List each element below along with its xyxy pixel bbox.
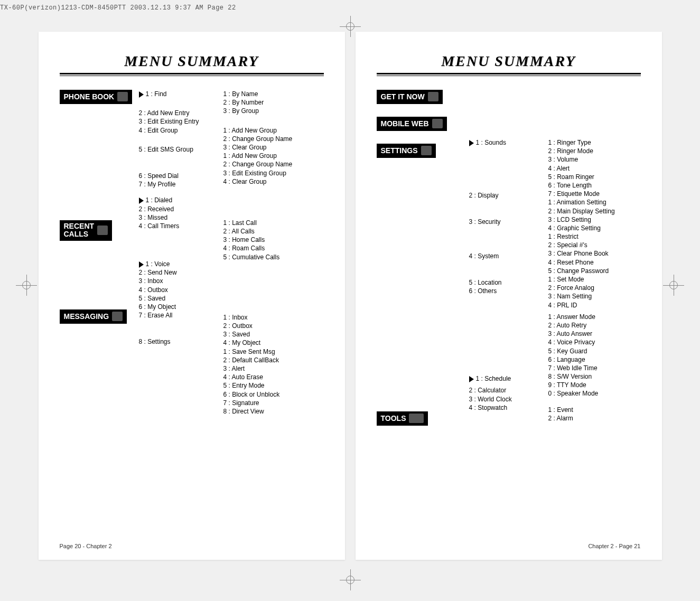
section-label: RECENTCALLS [64,222,95,239]
section-get-it-now: GET IT NOW [377,90,443,104]
menu-item: 6 : Speed Dial [139,172,218,180]
sub-item: 1 : Restrict [548,232,638,241]
menu-item: 4 : Edit Group [139,126,218,135]
sub-item: 5 : Roam Ringer [548,173,638,181]
sub-item: 2 : Special #'s [548,241,638,249]
sub-item: 3 : LCD Setting [548,215,638,224]
arrow-icon [469,140,474,146]
sub-item: 8 : Direct View [223,407,313,416]
sub-item: 2 : Change Group Name [223,135,313,143]
sub-item: 8 : S/W Version [548,372,638,381]
arrow-icon [469,376,474,382]
settings-icon [421,146,432,155]
menu-item: 1 : Schedule [476,375,511,382]
sub-item: 3 : Home Calls [223,236,313,244]
menu-item: 3 : Missed [139,213,218,222]
sub-item: 6 : Language [548,355,638,364]
calls-icon [97,226,108,235]
sub-item: 6 : Tone Length [548,181,638,190]
page-spread: MENU SUMMARY PHONE BOOK RECENTCALLS MESS… [0,0,700,560]
section-mobile-web: MOBILE WEB [377,117,447,131]
sub-item: 3 : Saved [223,330,313,339]
menu-item: 8 : Settings [139,337,218,346]
sub-item: 7 : Etiquette Mode [548,190,638,198]
menu-item: 4 : Call Timers [139,222,218,230]
sub-item: 2 : Auto Retry [548,321,638,330]
menu-item: 6 : Others [469,287,543,295]
menu-item: 3 : Edit Existing Entry [139,117,218,126]
menu-item: 2 : Send New [139,268,218,277]
registration-mark-icon [663,275,684,296]
sub-item: 5 : Cumulative Calls [223,253,313,261]
sub-item: 5 : Key Guard [548,347,638,355]
sub-item: 3 : Auto Answer [548,330,638,338]
sub-item: 2 : Default CallBack [223,356,313,364]
menu-item: 5 : Edit SMS Group [139,145,218,154]
sub-item: 4 : Graphic Setting [548,224,638,232]
sub-item: 3 : Alert [223,364,313,373]
sub-item: 4 : Reset Phone [548,258,638,267]
menu-item: 4 : System [469,252,543,260]
sub-item: 3 : By Group [223,107,313,115]
page-title: MENU SUMMARY [60,53,324,70]
sub-item: 1 : Add New Group [223,126,313,135]
page-footer-right: Chapter 2 - Page 21 [588,543,640,549]
sub-item: 1 : Last Call [223,219,313,227]
sub-item: 2 : Main Display Setting [548,207,638,215]
sub-item: 2 : All Calls [223,227,313,236]
menu-item: 3 : Inbox [139,277,218,285]
menu-item: 4 : Outbox [139,286,218,294]
arrow-icon [139,261,144,268]
page-footer-left: Page 20 - Chapter 2 [60,543,112,549]
registration-mark-icon [340,569,361,590]
page-left: MENU SUMMARY PHONE BOOK RECENTCALLS MESS… [39,32,345,560]
menu-item: 2 : Display [469,191,543,200]
section-label: GET IT NOW [381,92,425,102]
sub-item: 2 : Outbox [223,322,313,330]
menu-item: 7 : Erase All [139,311,218,320]
section-settings: SETTINGS [377,144,436,158]
sub-item: 3 : Edit Existing Group [223,169,313,177]
sub-item: 3 : Volume [548,155,638,164]
menu-item: 6 : My Object [139,303,218,311]
menu-item: 2 : Add New Entry [139,109,218,117]
sub-item: 3 : Clear Group [223,143,313,152]
sub-item: 4 : Voice Privacy [548,338,638,346]
sub-item: 7 : Signature [223,399,313,407]
messaging-icon [112,312,123,321]
page-right: MENU SUMMARY GET IT NOW MOBILE WEB SETTI… [356,32,662,560]
sub-item: 1 : Animation Setting [548,198,638,206]
sub-item: 1 : Set Mode [548,275,638,284]
menu-item: 1 : Find [146,90,167,98]
sub-item: 1 : Add New Group [223,152,313,160]
arrow-icon [139,91,144,98]
menu-item: 1 : Dialed [146,196,173,204]
section-label: TOOLS [381,414,406,424]
menu-item: 5 : Location [469,278,543,287]
sub-item: 5 : Change Password [548,267,638,275]
sub-item: 9 : TTY Mode [548,381,638,389]
sub-item: 1 : Ringer Type [548,138,638,147]
sub-item: 2 : Ringer Mode [548,147,638,155]
title-rule [377,73,641,76]
section-label: PHONE BOOK [64,92,115,102]
sub-item: 1 : Inbox [223,313,313,322]
sub-item: 2 : By Number [223,98,313,107]
menu-item: 3 : World Clock [469,395,543,403]
sub-item: 4 : Clear Group [223,177,313,186]
section-phone-book: PHONE BOOK [60,90,133,104]
section-label: MESSAGING [64,312,109,322]
page-title: MENU SUMMARY [377,53,641,70]
sub-item: 4 : PRL ID [548,301,638,309]
sub-item: 1 : By Name [223,90,313,98]
sub-item: 1 : Save Sent Msg [223,348,313,356]
menu-item: 7 : My Profile [139,180,218,189]
section-recent-calls: RECENTCALLS [60,220,113,241]
sub-item: 1 : Event [548,406,638,414]
sub-item: 7 : Web Idle Time [548,364,638,372]
sub-item: 4 : Alert [548,164,638,173]
menu-item: 2 : Calculator [469,386,543,395]
sub-item: 2 : Alarm [548,414,638,422]
menu-item: 1 : Voice [146,260,170,268]
section-label: SETTINGS [381,146,418,156]
